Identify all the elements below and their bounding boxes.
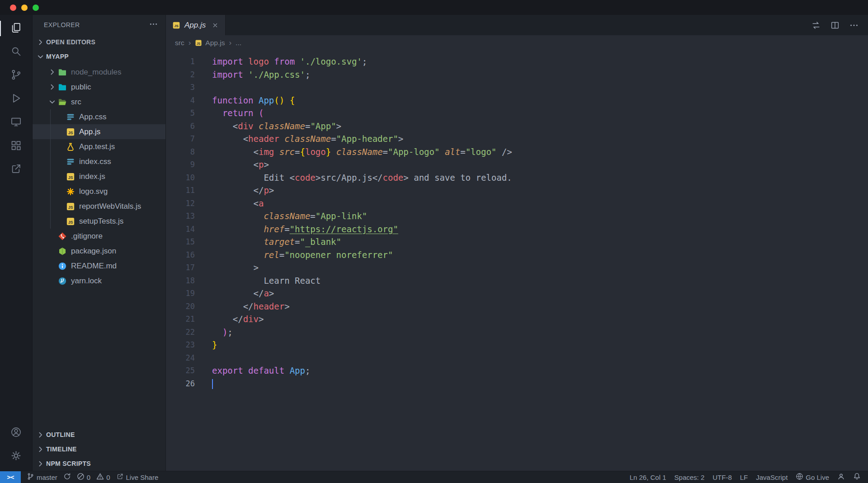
tree-item-app-css[interactable]: App.css (33, 109, 165, 124)
breadcrumb-label: ... (236, 39, 241, 47)
section-outline[interactable]: OUTLINE (33, 427, 165, 442)
line-number: 5 (166, 107, 195, 120)
code-line-13[interactable]: 13 className="App-link" (166, 210, 868, 223)
tree-item-reportwebvitals-js[interactable]: JSreportWebVitals.js (33, 199, 165, 214)
workbench: EXPLORER OPEN EDITORS MYAPP node_modules… (0, 15, 868, 471)
tree-item-gitignore[interactable]: .gitignore (33, 229, 165, 244)
tree-item-readme-md[interactable]: README.md (33, 258, 165, 273)
status-cursor-position[interactable]: Ln 26, Col 1 (630, 474, 666, 481)
code-line-21[interactable]: 21 </div> (166, 313, 868, 326)
zoom-window-button[interactable] (33, 5, 39, 11)
breadcrumb-src[interactable]: src (175, 39, 184, 47)
close-tab-icon[interactable] (212, 22, 219, 29)
split-editor-icon[interactable] (830, 20, 840, 30)
code-line-15[interactable]: 15 target="_blank" (166, 235, 868, 249)
code-line-16[interactable]: 16 rel="noopener noreferrer" (166, 249, 868, 262)
line-number: 7 (166, 132, 195, 145)
tree-item-setuptests-js[interactable]: JSsetupTests.js (33, 214, 165, 229)
code-line-17[interactable]: 17 > (166, 261, 868, 274)
line-number: 14 (166, 223, 195, 236)
code-editor[interactable]: 1import logo from './logo.svg';2import '… (166, 51, 868, 471)
code-line-3[interactable]: 3 (166, 81, 868, 94)
code-line-9[interactable]: 9 <p> (166, 158, 868, 171)
tree-item-logo-svg[interactable]: logo.svg (33, 184, 165, 199)
code-line-23[interactable]: 23} (166, 338, 868, 352)
status-sync[interactable] (63, 473, 71, 482)
code-line-5[interactable]: 5 return ( (166, 107, 868, 120)
code-line-20[interactable]: 20 </header> (166, 300, 868, 313)
tab-bar: JS App.js (166, 15, 868, 35)
code-line-14[interactable]: 14 href="https://reactjs.org" (166, 223, 868, 236)
activity-remote-explorer[interactable] (0, 111, 32, 134)
status-notifications[interactable] (853, 473, 861, 482)
section-timeline[interactable]: TIMELINE (33, 442, 165, 456)
line-content: ); (195, 326, 233, 339)
svg-text:JS: JS (174, 24, 179, 28)
code-line-18[interactable]: 18 Learn React (166, 274, 868, 287)
explorer-more-actions-icon[interactable] (149, 19, 158, 30)
tab-app-js[interactable]: JS App.js (166, 15, 226, 35)
code-line-10[interactable]: 10 Edit <code>src/App.js</code> and save… (166, 171, 868, 184)
section-npm-scripts[interactable]: NPM SCRIPTS (33, 456, 165, 471)
line-number: 16 (166, 249, 195, 262)
chevron-right-icon (46, 82, 58, 92)
activity-extensions[interactable] (0, 134, 32, 158)
account-icon (10, 426, 22, 440)
code-line-4[interactable]: 4function App() { (166, 94, 868, 107)
activity-accounts[interactable] (0, 421, 32, 445)
tree-item-label: logo.svg (79, 187, 108, 196)
code-line-6[interactable]: 6 <div className="App"> (166, 120, 868, 133)
activity-source-control[interactable] (0, 64, 32, 87)
tree-item-package-json[interactable]: package.json (33, 244, 165, 258)
breadcrumb-[interactable]: ... (236, 39, 241, 47)
status-errors[interactable]: 0 (77, 473, 90, 482)
tree-item-app-test-js[interactable]: App.test.js (33, 139, 165, 154)
activity-run-and-debug[interactable] (0, 87, 32, 111)
breadcrumb-label: App.js (205, 39, 225, 47)
code-line-2[interactable]: 2import './App.css'; (166, 68, 868, 81)
code-line-7[interactable]: 7 <header className="App-header"> (166, 132, 868, 145)
code-line-25[interactable]: 25export default App; (166, 364, 868, 377)
line-content: import './App.css'; (195, 68, 310, 81)
status-indentation[interactable]: Spaces: 2 (675, 474, 705, 481)
minimize-window-button[interactable] (21, 5, 28, 11)
status-warnings[interactable]: 0 (96, 473, 110, 482)
section-open-editors[interactable]: OPEN EDITORS (33, 35, 165, 49)
search-icon (10, 45, 22, 59)
svg-text:JS: JS (68, 175, 73, 179)
code-line-11[interactable]: 11 </p> (166, 184, 868, 197)
status-encoding[interactable]: UTF-8 (712, 474, 732, 481)
status-eol[interactable]: LF (740, 474, 748, 481)
tree-item-yarn-lock[interactable]: yarn.lock (33, 273, 165, 288)
code-line-26[interactable]: 26 (166, 377, 868, 390)
tree-item-app-js[interactable]: JSApp.js (33, 124, 165, 139)
status-git-branch[interactable]: master (27, 473, 57, 482)
tree-item-public[interactable]: public (33, 80, 165, 94)
activity-live-share[interactable] (0, 158, 32, 181)
code-line-24[interactable]: 24 (166, 352, 868, 365)
activity-search[interactable] (0, 40, 32, 64)
status-feedback[interactable] (837, 473, 845, 482)
tree-item-index-css[interactable]: index.css (33, 154, 165, 169)
code-line-8[interactable]: 8 <img src={logo} className="App-logo" a… (166, 145, 868, 159)
tree-item-node-modules[interactable]: node_modules (33, 65, 165, 80)
breadcrumb-app-js[interactable]: JSApp.js (195, 39, 225, 47)
code-line-19[interactable]: 19 </a> (166, 287, 868, 300)
status-go-live[interactable]: Go Live (796, 473, 829, 482)
tree-item-index-js[interactable]: JSindex.js (33, 169, 165, 184)
section-workspace-myapp[interactable]: MYAPP (33, 49, 165, 64)
activity-explorer[interactable] (0, 17, 32, 40)
activity-settings[interactable] (0, 445, 32, 468)
code-line-1[interactable]: 1import logo from './logo.svg'; (166, 55, 868, 68)
status-live-share[interactable]: Live Share (116, 473, 159, 482)
close-window-button[interactable] (10, 5, 16, 11)
code-line-12[interactable]: 12 <a (166, 197, 868, 210)
line-content: export default App; (195, 364, 310, 377)
line-number: 17 (166, 261, 195, 274)
tree-item-src[interactable]: src (33, 94, 165, 109)
remote-indicator[interactable]: >< (0, 471, 21, 483)
open-changes-icon[interactable] (811, 20, 821, 30)
status-language-mode[interactable]: JavaScript (756, 474, 788, 481)
code-line-22[interactable]: 22 ); (166, 326, 868, 339)
more-actions-icon[interactable] (849, 20, 859, 30)
